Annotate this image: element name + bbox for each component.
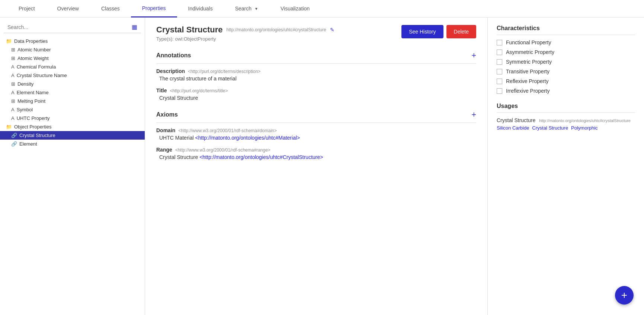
tree-item-label: Element — [19, 141, 37, 147]
sidebar: ▦ 📁 Data Properties ⊞ Atomic Number ⊞ At… — [0, 18, 145, 315]
tree-item-crystal-structure[interactable]: 🔗 Crystal Structure — [0, 131, 145, 140]
tree-item-label: Melting Point — [17, 98, 45, 104]
add-axiom-button[interactable]: + — [471, 110, 476, 120]
symmetric-checkbox[interactable] — [497, 59, 502, 65]
header-buttons: See History Delete — [401, 25, 476, 38]
reflexive-label: Reflexive Property — [506, 78, 548, 84]
annotation-url-description: <http://purl.org/dc/terms/description> — [188, 69, 260, 74]
content-panel: Crystal Structure http://matonto.org/ont… — [145, 18, 488, 315]
usage-link-silicon-carbide[interactable]: Silicon Carbide — [497, 125, 529, 131]
nav-overview[interactable]: Overview — [46, 0, 90, 18]
annotations-section: Annotations + Description <http://purl.o… — [156, 51, 476, 101]
nav-search-label: Search — [235, 6, 251, 12]
usage-link-polymorphic[interactable]: Polymorphic — [571, 125, 598, 131]
nav-properties[interactable]: Properties — [131, 0, 177, 18]
nav-project[interactable]: Project — [7, 0, 46, 18]
tree-item-melting-point[interactable]: ⊞ Melting Point — [0, 97, 145, 105]
transitive-checkbox[interactable] — [497, 69, 502, 74]
range-key: Range — [156, 147, 172, 153]
filter-icon[interactable]: ▦ — [132, 23, 137, 31]
axioms-section: Axioms + Domain <http://www.w3.org/2000/… — [156, 110, 476, 160]
char-symmetric: Symmetric Property — [497, 59, 635, 65]
grid-icon: ⊞ — [11, 81, 15, 87]
edit-icon[interactable]: ✎ — [330, 27, 334, 33]
alpha-icon: A — [11, 64, 15, 70]
range-value-link[interactable]: <http://matonto.org/ontologies/uhtc#Crys… — [199, 154, 323, 160]
delete-button[interactable]: Delete — [446, 25, 476, 38]
tree-item-atomic-number[interactable]: ⊞ Atomic Number — [0, 45, 145, 54]
data-properties-label: Data Properties — [14, 38, 48, 44]
link-icon: 🔗 — [11, 133, 17, 138]
top-nav: Project Overview Classes Properties Indi… — [0, 0, 644, 18]
tree-item-uhtc-property[interactable]: A UHTC Property — [0, 114, 145, 122]
usage-links: Silicon Carbide Crystal Structure Polymo… — [497, 125, 635, 131]
nav-individuals[interactable]: Individuals — [177, 0, 224, 18]
link-icon: 🔗 — [11, 141, 17, 147]
chevron-down-icon: ▼ — [254, 7, 258, 11]
tree-item-atomic-weight[interactable]: ⊞ Atomic Weight — [0, 54, 145, 63]
content-title-area: Crystal Structure http://matonto.org/ont… — [156, 25, 334, 42]
see-history-button[interactable]: See History — [401, 25, 443, 38]
transitive-label: Transitive Property — [506, 69, 550, 74]
data-properties-group[interactable]: 📁 Data Properties — [0, 37, 145, 45]
grid-icon: ⊞ — [11, 98, 15, 104]
domain-value-link[interactable]: <http://matonto.org/ontologies/uhtc#Mate… — [195, 135, 300, 141]
folder-icon: 📁 — [6, 38, 12, 44]
reflexive-checkbox[interactable] — [497, 79, 502, 84]
annotation-url-title: <http://purl.org/dc/terms/title> — [170, 88, 228, 93]
tree-item-label: UHTC Property — [17, 115, 50, 121]
tree-item-density[interactable]: ⊞ Density — [0, 80, 145, 88]
nav-visualization[interactable]: Visualization — [269, 0, 321, 18]
domain-value-text: UHTC Material — [159, 135, 194, 141]
range-value: Crystal Structure <http://matonto.org/on… — [159, 154, 476, 160]
type-label: Type(s): — [156, 36, 174, 42]
axiom-range: Range <http://www.w3.org/2000/01/rdf-sch… — [156, 147, 476, 160]
domain-key: Domain — [156, 127, 175, 133]
right-panel: Characteristics Functional Property Asym… — [488, 18, 644, 315]
fab-button[interactable]: + — [615, 286, 634, 305]
characteristics-title: Characteristics — [497, 25, 635, 35]
alpha-icon: A — [11, 90, 15, 95]
usages-title: Usages — [497, 103, 635, 113]
tree-item-label: Crystal Structure — [19, 133, 55, 138]
search-bar: ▦ — [4, 21, 141, 33]
annotation-key-description: Description — [156, 68, 185, 74]
add-annotation-button[interactable]: + — [471, 51, 476, 60]
tree-item-element[interactable]: 🔗 Element — [0, 140, 145, 148]
axioms-header: Axioms + — [156, 110, 476, 123]
tree-item-symbol[interactable]: A Symbol — [0, 105, 145, 114]
symmetric-label: Symmetric Property — [506, 59, 552, 65]
annotation-title: Title <http://purl.org/dc/terms/title> C… — [156, 88, 476, 101]
annotations-header: Annotations + — [156, 51, 476, 64]
grid-icon: ⊞ — [11, 47, 15, 52]
asymmetric-checkbox[interactable] — [497, 50, 502, 55]
char-reflexive: Reflexive Property — [497, 78, 635, 84]
range-url: <http://www.w3.org/2000/01/rdf-schema#ra… — [175, 147, 270, 153]
axioms-title: Axioms — [156, 111, 178, 118]
tree-item-crystal-structure-name[interactable]: A Crystal Structure Name — [0, 71, 145, 80]
usage-link-crystal-structure[interactable]: Crystal Structure — [532, 125, 568, 131]
annotation-description: Description <http://purl.org/dc/terms/de… — [156, 68, 476, 82]
alpha-icon: A — [11, 107, 15, 112]
tree-item-label: Density — [17, 81, 33, 87]
usage-url: http://matonto.org/ontologies/uhtc#cryst… — [539, 118, 631, 123]
object-properties-label: Object Properties — [14, 124, 51, 130]
folder-icon: 📁 — [6, 124, 12, 130]
search-input[interactable] — [7, 24, 132, 30]
functional-checkbox[interactable] — [497, 40, 502, 45]
property-url: http://matonto.org/ontologies/uhtc#cryst… — [227, 27, 326, 32]
annotation-key-title: Title — [156, 88, 167, 93]
tree-item-label: Atomic Number — [17, 47, 51, 52]
tree-item-chemical-formula[interactable]: A Chemical Formula — [0, 63, 145, 71]
irreflexive-label: Irreflexive Property — [506, 88, 550, 94]
object-properties-group[interactable]: 📁 Object Properties — [0, 122, 145, 131]
irreflexive-checkbox[interactable] — [497, 88, 502, 94]
tree-item-label: Chemical Formula — [17, 64, 56, 70]
char-functional: Functional Property — [497, 39, 635, 45]
content-header: Crystal Structure http://matonto.org/ont… — [156, 25, 476, 42]
content-title: Crystal Structure http://matonto.org/ont… — [156, 25, 334, 35]
annotation-value-title: Crystal Structure — [159, 95, 476, 101]
tree-item-element-name[interactable]: A Element Name — [0, 88, 145, 97]
nav-classes[interactable]: Classes — [90, 0, 131, 18]
nav-search[interactable]: Search ▼ — [224, 0, 269, 18]
